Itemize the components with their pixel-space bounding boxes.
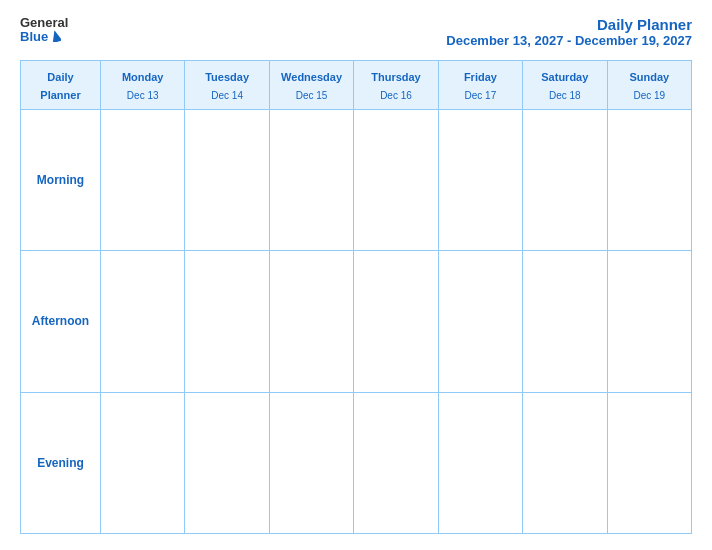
cell-evening-saturday[interactable] (523, 392, 607, 533)
cell-afternoon-friday[interactable] (438, 251, 522, 392)
header-col-saturday: SaturdayDec 18 (523, 61, 607, 110)
cell-morning-tuesday[interactable] (185, 110, 269, 251)
cell-evening-wednesday[interactable] (269, 392, 353, 533)
cell-afternoon-tuesday[interactable] (185, 251, 269, 392)
cell-morning-saturday[interactable] (523, 110, 607, 251)
cell-morning-sunday[interactable] (607, 110, 691, 251)
logo-general-text: General (20, 16, 68, 30)
row-label-afternoon: Afternoon (21, 251, 101, 392)
header-col-sunday: SundayDec 19 (607, 61, 691, 110)
cell-afternoon-saturday[interactable] (523, 251, 607, 392)
header-col-friday: FridayDec 17 (438, 61, 522, 110)
table-row-evening: Evening (21, 392, 692, 533)
table-row-afternoon: Afternoon (21, 251, 692, 392)
cell-morning-wednesday[interactable] (269, 110, 353, 251)
table-header-row: Daily Planner MondayDec 13TuesdayDec 14W… (21, 61, 692, 110)
header-col-tuesday: TuesdayDec 14 (185, 61, 269, 110)
cell-evening-sunday[interactable] (607, 392, 691, 533)
cell-evening-friday[interactable] (438, 392, 522, 533)
header-col-monday: MondayDec 13 (101, 61, 185, 110)
title-area: Daily Planner December 13, 2027 - Decemb… (446, 16, 692, 48)
cell-evening-thursday[interactable] (354, 392, 438, 533)
page-header: General Blue Daily Planner December 13, … (20, 16, 692, 48)
planner-title: Daily Planner (446, 16, 692, 33)
planner-table: Daily Planner MondayDec 13TuesdayDec 14W… (20, 60, 692, 534)
logo-triangle-icon (51, 30, 61, 42)
header-daily-planner: Daily Planner (21, 61, 101, 110)
cell-morning-monday[interactable] (101, 110, 185, 251)
cell-afternoon-wednesday[interactable] (269, 251, 353, 392)
header-col-wednesday: WednesdayDec 15 (269, 61, 353, 110)
svg-marker-0 (51, 30, 61, 42)
cell-afternoon-monday[interactable] (101, 251, 185, 392)
cell-morning-friday[interactable] (438, 110, 522, 251)
cell-morning-thursday[interactable] (354, 110, 438, 251)
logo-area: General Blue (20, 16, 68, 45)
logo-blue-text: Blue (20, 30, 68, 44)
cell-afternoon-thursday[interactable] (354, 251, 438, 392)
row-label-evening: Evening (21, 392, 101, 533)
cell-afternoon-sunday[interactable] (607, 251, 691, 392)
cell-evening-monday[interactable] (101, 392, 185, 533)
header-col-thursday: ThursdayDec 16 (354, 61, 438, 110)
table-row-morning: Morning (21, 110, 692, 251)
planner-date-range: December 13, 2027 - December 19, 2027 (446, 33, 692, 48)
cell-evening-tuesday[interactable] (185, 392, 269, 533)
row-label-morning: Morning (21, 110, 101, 251)
